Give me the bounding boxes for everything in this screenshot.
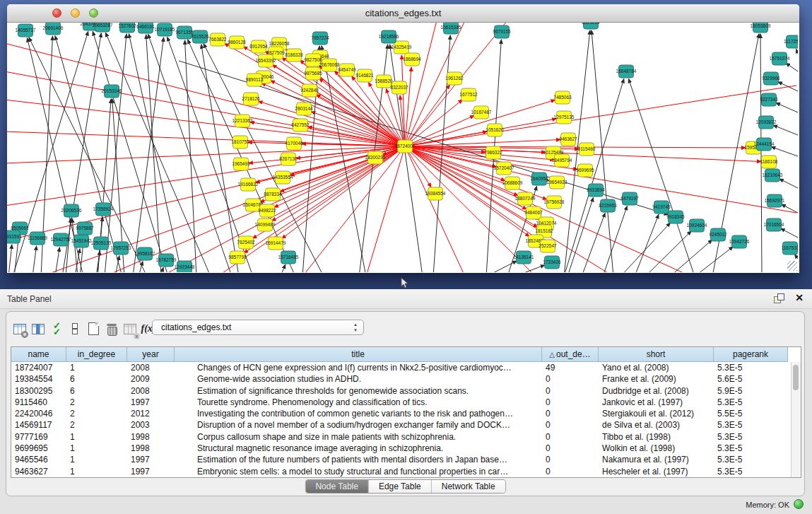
graph-node[interactable]: 1167533 — [782, 242, 798, 255]
graph-node[interactable]: 14099489 — [255, 218, 276, 231]
graph-edge-black[interactable] — [786, 63, 798, 71]
graph-node[interactable]: 1868694 — [403, 53, 421, 66]
graph-node[interactable]: 9146821 — [355, 69, 374, 82]
graph-node[interactable]: 9329966 — [762, 72, 780, 85]
graph-node[interactable]: 18724007 — [395, 140, 416, 153]
graph-node[interactable]: 11156889 — [28, 232, 47, 245]
graph-edge-black[interactable] — [185, 40, 196, 272]
graph-node[interactable]: 19166822 — [238, 178, 259, 191]
graph-node[interactable]: 8427552 — [291, 119, 310, 132]
column-header-out_de[interactable]: △out_de… — [542, 347, 599, 362]
graph-node[interactable]: 10653287 — [93, 23, 113, 32]
graph-node[interactable]: 16914479 — [266, 237, 286, 250]
graph-node[interactable]: 12444154 — [754, 138, 775, 151]
graph-node[interactable]: 9245012 — [709, 228, 727, 241]
graph-node[interactable]: 19756928 — [544, 196, 565, 209]
graph-node[interactable]: 9419745 — [652, 201, 671, 214]
column-header-title[interactable]: title — [175, 347, 542, 362]
graph-node[interactable]: 17359924 — [93, 203, 114, 216]
graph-node[interactable]: 14353554 — [273, 171, 293, 184]
graph-node[interactable]: 9975887 — [76, 222, 94, 235]
network-canvas[interactable]: 1872400798601288912954182260589827509818… — [7, 23, 799, 273]
table-scrollbar[interactable] — [791, 362, 801, 477]
table-row[interactable]: 946554611997Estimation of the future num… — [11, 454, 801, 465]
graph-edge-black[interactable] — [33, 246, 37, 272]
graph-node[interactable]: 8267130 — [279, 153, 298, 165]
graph-edge-black[interactable] — [514, 265, 545, 272]
graph-node[interactable]: 1961262 — [445, 72, 464, 85]
table-row[interactable]: 1830029562008Estimation of significance … — [11, 385, 801, 397]
graph-node[interactable]: 9227343 — [760, 93, 778, 106]
graph-node[interactable]: 14055717 — [16, 24, 36, 37]
graph-node[interactable]: 20691406 — [43, 23, 64, 35]
graph-node[interactable]: 15751074 — [770, 52, 790, 65]
table-row[interactable]: 1872400712008Changes of HCN gene express… — [11, 362, 801, 373]
table-selector-dropdown[interactable]: citations_edges.txt ▲▼ — [152, 320, 364, 335]
tab-network-table[interactable]: Network Table — [432, 480, 505, 493]
graph-node[interactable]: 7663822 — [208, 33, 227, 46]
graph-node[interactable]: 9115460 — [578, 143, 596, 156]
graph-edge-black[interactable] — [390, 45, 423, 272]
table-row[interactable]: 1456911722003Disruption of a novel membe… — [11, 419, 801, 431]
graph-node[interactable]: 9890113 — [246, 74, 264, 86]
graph-node[interactable]: 1733426 — [543, 256, 561, 269]
graph-edge-black[interactable] — [8, 245, 12, 272]
graph-node[interactable]: 20676068 — [319, 59, 340, 71]
citation-network-graph[interactable]: 1872400798601288912954182260589827509818… — [7, 23, 798, 272]
graph-node[interactable]: 8186328 — [285, 49, 303, 62]
graph-edge-black[interactable] — [776, 103, 798, 112]
graph-node[interactable]: 8454749 — [338, 64, 356, 76]
column-header-name[interactable]: name — [11, 347, 66, 362]
graph-edge-black[interactable] — [796, 49, 798, 54]
graph-node[interactable]: 1186108 — [760, 156, 778, 168]
graph-edge-red[interactable] — [271, 81, 405, 146]
graph-node[interactable]: 8322037 — [390, 81, 408, 94]
graph-node[interactable]: 10942726 — [729, 235, 750, 248]
table-row[interactable]: 2242004622012Investigating the contribut… — [11, 408, 801, 419]
network-window-titlebar[interactable]: citations_edges.txt — [7, 4, 799, 23]
graph-node[interactable]: 10924604 — [687, 219, 707, 232]
tab-edge-table[interactable]: Edge Table — [369, 480, 432, 493]
graph-node[interactable]: 12505135 — [91, 237, 112, 250]
graph-node[interactable]: 17957253 — [111, 242, 131, 255]
graph-node[interactable]: 7957224 — [311, 32, 329, 45]
float-panel-icon[interactable] — [774, 293, 784, 303]
graph-edge-black[interactable] — [628, 78, 695, 272]
column-settings-button[interactable] — [30, 321, 46, 337]
graph-node[interactable]: 8215953 — [599, 199, 617, 212]
graph-node[interactable]: 6466161 — [136, 23, 155, 33]
graph-node[interactable]: 9875685 — [304, 67, 322, 80]
graph-edge-black[interactable] — [779, 179, 798, 188]
graph-node[interactable]: 1810755 — [231, 136, 249, 148]
table-row[interactable]: 1938455462009Genome-wide association stu… — [11, 373, 801, 385]
graph-node[interactable]: 10688609 — [502, 177, 523, 189]
tab-node-table[interactable]: Node Table — [305, 480, 369, 493]
graph-edge-black[interactable] — [778, 82, 798, 91]
graph-node[interactable]: 19654923 — [547, 176, 567, 189]
graph-edge-black[interactable] — [148, 34, 232, 272]
table-row[interactable]: 969969511998Structural magnetic resonanc… — [11, 443, 801, 454]
graph-node[interactable]: 2718126 — [242, 93, 260, 105]
graph-node[interactable]: 16543392 — [256, 54, 276, 67]
graph-node[interactable]: 7485063 — [553, 91, 572, 104]
graph-node[interactable]: 17016504 — [764, 218, 784, 231]
table-settings-button[interactable] — [12, 321, 28, 337]
graph-node[interactable]: 3931591 — [7, 230, 22, 243]
column-header-year[interactable]: year — [127, 347, 175, 362]
graph-node[interactable]: 16782759 — [156, 254, 177, 267]
graph-edge-red[interactable] — [405, 115, 474, 146]
graph-node[interactable]: 12942757 — [51, 233, 71, 246]
graph-edge-black[interactable] — [55, 247, 59, 272]
graph-node[interactable]: 9918345 — [666, 211, 685, 223]
graph-node[interactable]: 8933894 — [587, 184, 605, 197]
graph-node[interactable]: 18807249 — [515, 192, 536, 205]
graph-node[interactable]: 12923448 — [175, 261, 195, 272]
window-resize-grip-icon[interactable] — [787, 261, 797, 271]
close-panel-icon[interactable]: ✕ — [795, 292, 804, 303]
graph-node[interactable]: 11172582 — [784, 35, 798, 48]
graph-node[interactable]: 7625402 — [237, 236, 255, 249]
graph-node[interactable]: 1527602 — [118, 23, 136, 33]
memory-ok-icon[interactable] — [794, 499, 804, 509]
graph-node[interactable]: 1051620 — [486, 124, 504, 136]
graph-node[interactable]: 2803144 — [295, 103, 313, 115]
